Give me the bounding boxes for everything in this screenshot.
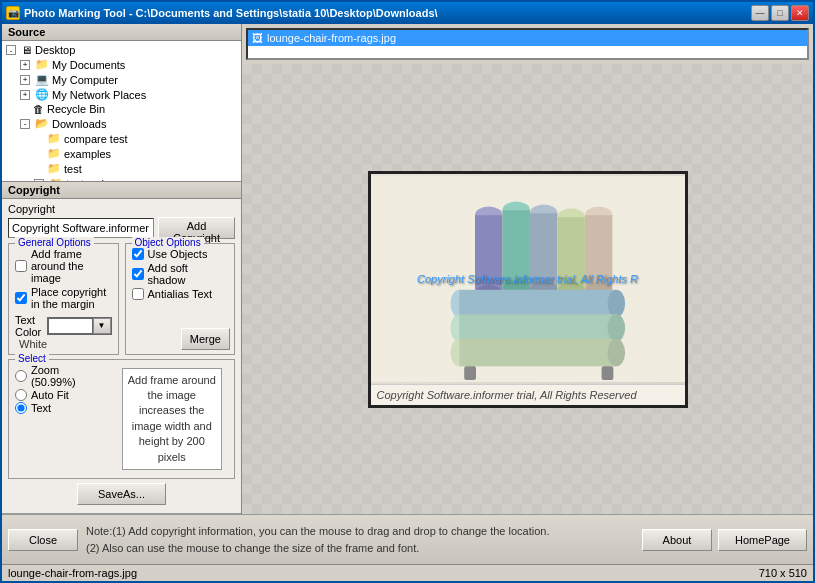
tree-item-recycle[interactable]: 🗑 Recycle Bin: [18, 102, 239, 116]
copyright-input[interactable]: [8, 218, 154, 238]
add-copyright-button[interactable]: Add Copyright: [158, 217, 235, 239]
status-note-2: (2) Also can use the mouse to change the…: [86, 540, 634, 557]
zoom-radio[interactable]: [15, 370, 27, 382]
source-header: Source: [2, 24, 241, 41]
image-frame: Copyright Software.informer trial, All R…: [368, 171, 688, 408]
svg-rect-2: [475, 215, 502, 294]
svg-rect-14: [584, 215, 611, 291]
svg-rect-23: [459, 338, 616, 365]
object-options-group: Object Options Use Objects Add soft shad…: [125, 243, 236, 355]
add-soft-shadow-checkbox[interactable]: [132, 268, 144, 280]
expand-my-network[interactable]: +: [20, 90, 30, 100]
svg-rect-26: [601, 366, 613, 380]
network-icon: 🌐: [35, 88, 49, 101]
chair-svg: [371, 174, 685, 384]
about-button[interactable]: About: [642, 529, 712, 551]
title-bar: 📷 Photo Marking Tool - C:\Documents and …: [2, 2, 813, 24]
file-icon: 🖼: [252, 32, 263, 44]
window-title: Photo Marking Tool - C:\Documents and Se…: [24, 7, 438, 19]
zoom-label: Zoom (50.99%): [31, 364, 106, 388]
svg-point-18: [607, 289, 625, 316]
svg-rect-5: [502, 210, 529, 289]
homepage-button[interactable]: HomePage: [718, 529, 807, 551]
merge-button[interactable]: Merge: [181, 328, 230, 350]
folder-icon-downloads: 📂: [35, 117, 49, 130]
autofit-label: Auto Fit: [31, 389, 69, 401]
copyright-field-label: Copyright: [8, 203, 235, 215]
copyright-section: Copyright Copyright Add Copyright Genera…: [2, 182, 241, 514]
expand-my-computer[interactable]: +: [20, 75, 30, 85]
maximize-button[interactable]: □: [771, 5, 789, 21]
text-label: Text: [31, 402, 51, 414]
tree-label-examples: examples: [64, 148, 111, 160]
saveas-button[interactable]: SaveAs...: [77, 483, 166, 505]
tree-item-compare-test[interactable]: 📁 compare test: [32, 131, 239, 146]
tree-item-my-documents[interactable]: + 📁 My Documents: [18, 57, 239, 72]
svg-point-21: [607, 314, 625, 341]
text-radio[interactable]: [15, 402, 27, 414]
color-value-text: White: [19, 338, 47, 350]
folder-icon-my-documents: 📁: [35, 58, 49, 71]
file-list-item[interactable]: 🖼 lounge-chair-from-rags.jpg: [248, 30, 807, 46]
status-bar: Close Note:(1) Add copyright information…: [2, 514, 813, 564]
tree-label-recycle: Recycle Bin: [47, 103, 105, 115]
tree-item-desktop[interactable]: - 🖥 Desktop: [4, 43, 239, 57]
expand-downloads[interactable]: -: [20, 119, 30, 129]
object-options-label: Object Options: [132, 237, 204, 248]
tree-label-compare-test: compare test: [64, 133, 128, 145]
recycle-icon: 🗑: [33, 103, 44, 115]
tree-label-desktop: Desktop: [35, 44, 75, 56]
text-color-label: Text Color: [15, 314, 43, 338]
expand-desktop[interactable]: -: [6, 45, 16, 55]
place-copyright-checkbox[interactable]: [15, 292, 27, 304]
use-objects-checkbox[interactable]: [132, 248, 144, 260]
file-info-name: lounge-chair-from-rags.jpg: [8, 567, 137, 579]
tree-item-my-network[interactable]: + 🌐 My Network Places: [18, 87, 239, 102]
tree-label-my-documents: My Documents: [52, 59, 125, 71]
expand-my-documents[interactable]: +: [20, 60, 30, 70]
autofit-radio[interactable]: [15, 389, 27, 401]
folder-icon-compare-test: 📁: [47, 132, 61, 145]
svg-rect-20: [459, 314, 616, 341]
svg-rect-25: [464, 366, 476, 380]
folder-icon-test: 📁: [47, 162, 61, 175]
window-close-button[interactable]: ✕: [791, 5, 809, 21]
add-frame-checkbox[interactable]: [15, 260, 27, 272]
preview-area: Copyright Software.informer trial, All R…: [242, 64, 813, 514]
file-info-bar: lounge-chair-from-rags.jpg 710 x 510: [2, 564, 813, 581]
copyright-bottom-text: Copyright Software.informer trial, All R…: [371, 384, 685, 405]
info-text: Add frame around the image increases the…: [128, 374, 216, 463]
status-note-1: Note:(1) Add copyright information, you …: [86, 523, 634, 540]
app-icon: 📷: [6, 6, 20, 20]
file-info-dimensions: 710 x 510: [759, 567, 807, 579]
title-bar-controls: — □ ✕: [751, 5, 809, 21]
tree-item-test[interactable]: 📁 test: [32, 161, 239, 176]
tree-item-examples[interactable]: 📁 examples: [32, 146, 239, 161]
general-options-label: General Options: [15, 237, 94, 248]
svg-rect-11: [557, 217, 584, 291]
select-group-label: Select: [15, 353, 49, 364]
add-soft-shadow-label: Add soft shadow: [148, 262, 229, 286]
svg-rect-8: [529, 213, 556, 290]
tree-item-my-computer[interactable]: + 💻 My Computer: [18, 72, 239, 87]
file-tree[interactable]: - 🖥 Desktop + 📁 My Documents + 💻 My Comp…: [2, 41, 241, 182]
place-copyright-label: Place copyright in the margin: [31, 286, 112, 310]
image-preview-container: Copyright Software.informer trial, All R…: [368, 171, 688, 408]
folder-icon-examples: 📁: [47, 147, 61, 160]
color-swatch: [48, 318, 93, 334]
tree-label-downloads: Downloads: [52, 118, 106, 130]
info-box: Add frame around the image increases the…: [122, 368, 223, 470]
computer-icon: 💻: [35, 73, 49, 86]
tree-item-downloads[interactable]: - 📂 Downloads: [18, 116, 239, 131]
general-options-group: General Options Add frame around the ima…: [8, 243, 119, 355]
copyright-section-header: Copyright: [2, 182, 241, 199]
color-dropdown-button[interactable]: ▼: [93, 318, 111, 334]
left-panel: Source - 🖥 Desktop + 📁 My Documents: [2, 24, 242, 514]
use-objects-label: Use Objects: [148, 248, 208, 260]
folder-icon-desktop: 🖥: [21, 44, 32, 56]
minimize-button[interactable]: —: [751, 5, 769, 21]
antialias-text-checkbox[interactable]: [132, 288, 144, 300]
file-list[interactable]: 🖼 lounge-chair-from-rags.jpg: [246, 28, 809, 60]
close-button[interactable]: Close: [8, 529, 78, 551]
preview-image: Copyright Software.informer trial, All R…: [371, 174, 685, 384]
